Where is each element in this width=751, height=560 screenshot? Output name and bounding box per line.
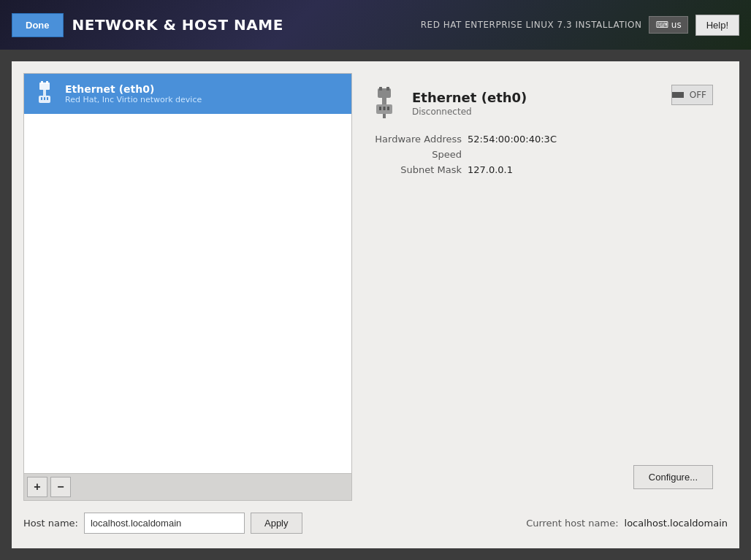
subnet-mask-value: 127.0.0.1	[468, 164, 713, 175]
svg-rect-6	[44, 97, 45, 100]
done-button[interactable]: Done	[12, 13, 64, 37]
svg-rect-15	[387, 107, 389, 110]
page-title: NETWORK & HOST NAME	[72, 16, 283, 34]
svg-rect-3	[43, 90, 46, 96]
main-content: Ethernet (eth0) Red Hat, Inc Virtio netw…	[12, 61, 739, 548]
header-right: RED HAT ENTERPRISE LINUX 7.3 INSTALLATIO…	[421, 15, 739, 36]
apply-button[interactable]: Apply	[251, 513, 302, 534]
device-detail-info: Ethernet (eth0) Disconnected	[412, 90, 527, 117]
svg-rect-14	[384, 107, 386, 110]
svg-rect-11	[382, 98, 386, 104]
language-selector[interactable]: ⌨ us	[649, 16, 687, 34]
configure-button[interactable]: Configure...	[633, 465, 713, 489]
device-header-left: Ethernet (eth0) Disconnected	[367, 85, 527, 122]
svg-rect-13	[379, 107, 381, 110]
keyboard-icon: ⌨	[655, 20, 668, 30]
device-detail-panel: Ethernet (eth0) Disconnected OFF Hardwar…	[352, 73, 728, 501]
toggle-on-area[interactable]: OFF	[684, 87, 712, 103]
list-toolbar: + −	[24, 473, 351, 500]
device-name: Ethernet (eth0)	[65, 83, 202, 95]
ethernet-icon-small	[31, 80, 58, 108]
svg-rect-9	[379, 87, 382, 91]
svg-rect-2	[46, 81, 48, 84]
add-device-button[interactable]: +	[27, 477, 47, 497]
hardware-address-label: Hardware Address	[367, 134, 462, 145]
toggle-off-area	[672, 92, 684, 98]
svg-rect-7	[47, 97, 48, 100]
bottom-bar: Host name: Apply Current host name: loca…	[23, 510, 728, 537]
device-header: Ethernet (eth0) Disconnected OFF	[367, 85, 713, 122]
device-detail-name: Ethernet (eth0)	[412, 90, 527, 105]
device-info-grid: Hardware Address 52:54:00:00:40:3C Speed…	[367, 134, 713, 175]
speed-value	[468, 149, 713, 160]
ethernet-icon-large	[367, 85, 402, 122]
content-body: Ethernet (eth0) Red Hat, Inc Virtio netw…	[23, 73, 728, 501]
device-status: Disconnected	[412, 107, 527, 117]
hardware-address-value: 52:54:00:00:40:3C	[468, 134, 713, 145]
subnet-mask-label: Subnet Mask	[367, 164, 462, 175]
speed-label: Speed	[367, 149, 462, 160]
current-hostname-label: Current host name:	[526, 518, 618, 529]
device-item[interactable]: Ethernet (eth0) Red Hat, Inc Virtio netw…	[24, 74, 351, 114]
lang-value: us	[671, 20, 682, 30]
remove-device-button[interactable]: −	[50, 477, 71, 497]
device-info: Ethernet (eth0) Red Hat, Inc Virtio netw…	[65, 83, 202, 104]
svg-rect-16	[383, 114, 386, 118]
device-list-panel: Ethernet (eth0) Red Hat, Inc Virtio netw…	[23, 73, 352, 501]
hostname-label: Host name:	[23, 518, 78, 529]
svg-rect-1	[41, 81, 43, 84]
svg-rect-5	[41, 97, 42, 100]
header: Done NETWORK & HOST NAME RED HAT ENTERPR…	[0, 0, 751, 50]
header-subtitle: RED HAT ENTERPRISE LINUX 7.3 INSTALLATIO…	[421, 20, 642, 30]
device-subtitle: Red Hat, Inc Virtio network device	[65, 95, 202, 104]
svg-rect-10	[386, 87, 389, 91]
current-hostname-value: localhost.localdomain	[625, 518, 728, 529]
toggle-switch[interactable]: OFF	[671, 85, 713, 105]
help-button[interactable]: Help!	[695, 15, 739, 36]
hostname-right: Current host name: localhost.localdomain	[526, 518, 728, 529]
hostname-input[interactable]	[84, 513, 245, 534]
hostname-left: Host name: Apply	[23, 513, 302, 534]
device-list: Ethernet (eth0) Red Hat, Inc Virtio netw…	[24, 74, 351, 473]
